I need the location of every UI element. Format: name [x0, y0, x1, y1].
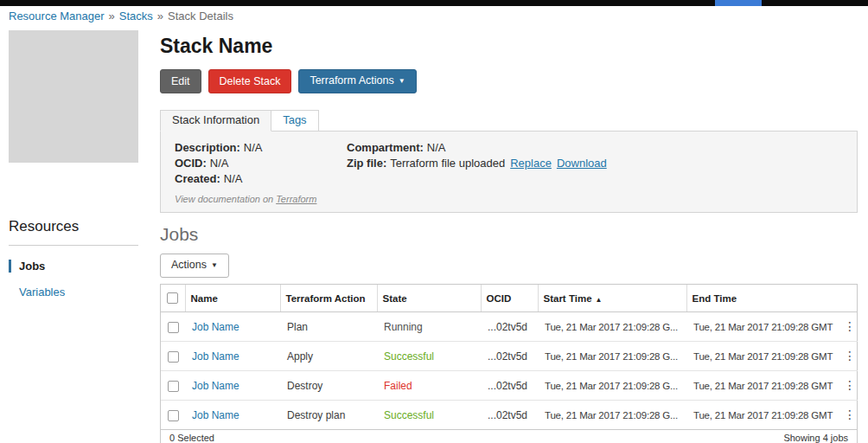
ocid-cell: ...02tv5d	[481, 371, 538, 401]
compartment-label: Compartment:	[347, 141, 424, 154]
col-header-name[interactable]: Name	[185, 285, 280, 312]
ocid-field: OCID:N/A	[175, 156, 347, 171]
breadcrumb-current: Stack Details	[168, 10, 233, 22]
job-name-link[interactable]: Job Name	[192, 321, 239, 333]
zip-file-field: Zip file:Terraform file uploadedReplaceD…	[347, 156, 843, 171]
top-bar	[0, 0, 868, 6]
col-header-start-time[interactable]: Start Time▲	[538, 285, 686, 312]
actions-button[interactable]: Actions▼	[160, 254, 229, 278]
state-cell: Successful	[377, 342, 481, 371]
job-name-link[interactable]: Job Name	[192, 409, 239, 421]
tab-stack-information[interactable]: Stack Information	[160, 110, 271, 132]
row-checkbox[interactable]	[168, 351, 179, 363]
breadcrumb-separator: »	[157, 10, 163, 22]
ocid-cell: ...02tv5d	[481, 401, 538, 430]
start-time-cell: Tue, 21 Mar 2017 21:09:28 G...	[538, 312, 686, 342]
table-footer: 0 Selected Showing 4 jobs	[161, 429, 857, 443]
col-header-state[interactable]: State	[377, 285, 481, 312]
stack-information-panel: Description:N/A OCID:N/A Created:N/A Com…	[160, 131, 858, 213]
state-cell: Failed	[377, 371, 481, 401]
created-field: Created:N/A	[175, 171, 347, 187]
replace-link[interactable]: Replace	[510, 157, 552, 170]
table-row: Job Name Plan Running ...02tv5d Tue, 21 …	[161, 312, 858, 342]
tab-tags[interactable]: Tags	[271, 110, 318, 132]
edit-button[interactable]: Edit	[160, 69, 201, 93]
resources-title: Resources	[9, 218, 138, 235]
state-cell: Running	[377, 312, 481, 342]
terraform-action-cell: Plan	[280, 312, 377, 342]
end-time-cell: Tue, 21 Mar 2017 21:09:28 GMT	[686, 371, 842, 401]
selected-count: 0 Selected	[169, 433, 214, 443]
terraform-doc-link[interactable]: Terraform	[276, 194, 316, 204]
top-bar-accent	[715, 0, 762, 6]
ocid-cell: ...02tv5d	[481, 312, 538, 342]
row-menu-icon[interactable]: ⋮	[844, 319, 856, 333]
sidebar-divider	[9, 245, 138, 246]
jobs-table: Name Terraform Action State OCID Start T…	[160, 284, 858, 443]
description-value: N/A	[244, 141, 263, 154]
page-title: Stack Name	[160, 35, 858, 57]
row-menu-icon[interactable]: ⋮	[844, 408, 856, 421]
showing-count: Showing 4 jobs	[783, 433, 848, 443]
sidebar-item-jobs[interactable]: Jobs	[9, 260, 138, 273]
stack-thumbnail-placeholder	[9, 30, 138, 163]
jobs-toolbar: Actions▼	[160, 254, 858, 278]
created-label: Created:	[175, 172, 220, 185]
documentation-note-text: View documentation on	[175, 194, 273, 204]
stack-tabs: Stack Information Tags	[160, 110, 858, 132]
breadcrumb: Resource Manager»Stacks»Stack Details	[9, 10, 233, 22]
terraform-action-cell: Destroy	[280, 371, 377, 401]
resources-sidebar: Resources Jobs Variables	[9, 218, 138, 311]
breadcrumb-resource-manager[interactable]: Resource Manager	[9, 10, 105, 22]
documentation-note: View documentation onTerraform	[175, 194, 843, 205]
chevron-down-icon: ▼	[211, 261, 218, 269]
zip-file-value: Terraform file uploaded	[390, 157, 505, 170]
zip-file-label: Zip file:	[347, 157, 386, 170]
table-row: Job Name Destroy Failed ...02tv5d Tue, 2…	[161, 371, 858, 401]
row-menu-icon[interactable]: ⋮	[844, 349, 856, 363]
sort-ascending-icon: ▲	[596, 296, 603, 304]
col-header-ocid[interactable]: OCID	[481, 285, 538, 312]
job-name-link[interactable]: Job Name	[192, 380, 239, 392]
terraform-action-cell: Apply	[280, 342, 377, 371]
download-link[interactable]: Download	[557, 157, 607, 170]
start-time-cell: Tue, 21 Mar 2017 21:09:28 G...	[538, 371, 686, 401]
chevron-down-icon: ▼	[399, 77, 405, 85]
header-buttons: Edit Delete Stack Terraform Actions▼	[160, 69, 858, 93]
state-cell: Successful	[377, 401, 481, 430]
table-header-row: Name Terraform Action State OCID Start T…	[161, 285, 858, 312]
sidebar-item-variables[interactable]: Variables	[9, 286, 138, 299]
created-value: N/A	[224, 172, 243, 185]
ocid-cell: ...02tv5d	[481, 342, 538, 371]
end-time-cell: Tue, 21 Mar 2017 21:09:28 GMT	[686, 312, 842, 342]
row-checkbox[interactable]	[168, 322, 179, 333]
col-header-terraform-action[interactable]: Terraform Action	[280, 285, 377, 312]
terraform-action-cell: Destroy plan	[280, 401, 377, 430]
compartment-value: N/A	[427, 141, 446, 154]
breadcrumb-separator: »	[109, 10, 115, 22]
delete-stack-button[interactable]: Delete Stack	[208, 69, 292, 93]
ocid-label: OCID:	[175, 157, 207, 170]
compartment-field: Compartment:N/A	[347, 140, 843, 156]
job-name-link[interactable]: Job Name	[192, 350, 239, 363]
select-all-checkbox[interactable]	[167, 292, 178, 304]
description-field: Description:N/A	[175, 140, 347, 156]
table-row: Job Name Destroy plan Successful ...02tv…	[161, 401, 858, 430]
jobs-section-title: Jobs	[160, 224, 858, 245]
end-time-cell: Tue, 21 Mar 2017 21:09:28 GMT	[686, 401, 842, 430]
start-time-cell: Tue, 21 Mar 2017 21:09:28 G...	[538, 342, 686, 371]
row-checkbox[interactable]	[168, 410, 179, 421]
breadcrumb-stacks[interactable]: Stacks	[119, 10, 153, 22]
start-time-cell: Tue, 21 Mar 2017 21:09:28 G...	[538, 401, 686, 430]
stack-details-main: Stack Name Edit Delete Stack Terraform A…	[160, 29, 858, 443]
terraform-actions-label: Terraform Actions	[310, 74, 393, 87]
row-checkbox[interactable]	[168, 381, 179, 392]
actions-button-label: Actions	[171, 259, 207, 271]
table-row: Job Name Apply Successful ...02tv5d Tue,…	[161, 342, 858, 371]
ocid-value: N/A	[210, 157, 229, 170]
col-header-end-time[interactable]: End Time	[686, 285, 842, 312]
row-menu-icon[interactable]: ⋮	[844, 378, 856, 392]
end-time-cell: Tue, 21 Mar 2017 21:09:28 GMT	[686, 342, 842, 371]
terraform-actions-button[interactable]: Terraform Actions▼	[298, 69, 416, 93]
description-label: Description:	[175, 141, 240, 154]
